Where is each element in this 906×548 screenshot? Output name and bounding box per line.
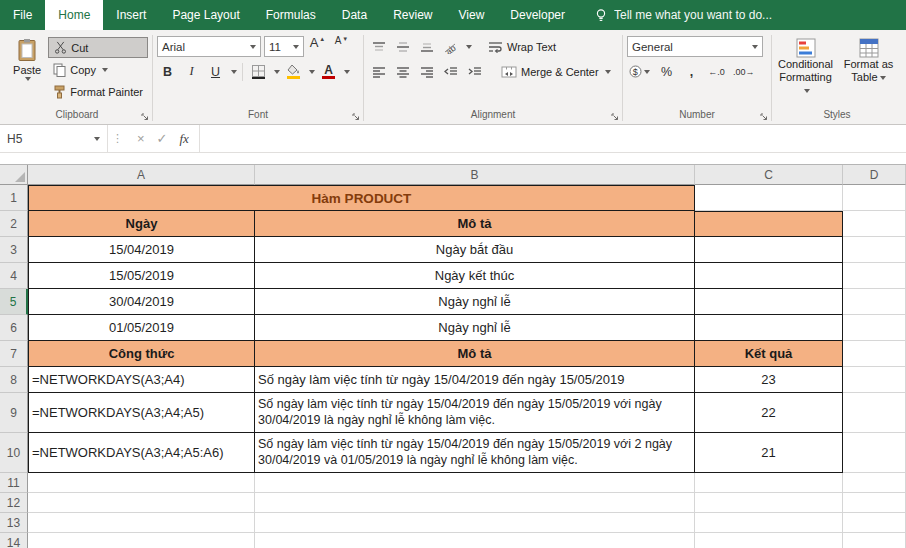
percent-style-button[interactable]: % — [656, 61, 677, 82]
increase-decimal-button[interactable]: ←.0 — [706, 61, 727, 82]
cell-B4[interactable]: Ngày kết thúc — [255, 263, 695, 289]
tab-formulas[interactable]: Formulas — [253, 0, 329, 30]
cell-D5[interactable] — [843, 289, 906, 315]
formula-input[interactable] — [200, 125, 906, 152]
cell-D9[interactable] — [843, 393, 906, 433]
empty-cell[interactable] — [255, 493, 695, 513]
cell-A8[interactable]: =NETWORKDAYS(A3;A4) — [28, 367, 255, 393]
align-right-button[interactable] — [416, 61, 437, 82]
cell-C8[interactable]: 23 — [695, 367, 843, 393]
tell-me-box[interactable]: Tell me what you want to do... — [584, 0, 782, 30]
align-left-button[interactable] — [368, 61, 389, 82]
empty-cell[interactable] — [695, 513, 843, 533]
cell-A10[interactable]: =NETWORKDAYS(A3;A4;A5:A6) — [28, 433, 255, 473]
cell-B7[interactable]: Mô tả — [255, 341, 695, 367]
row-header-13[interactable]: 13 — [0, 513, 28, 533]
empty-cell[interactable] — [28, 473, 255, 493]
row-header-12[interactable]: 12 — [0, 493, 28, 513]
empty-cell[interactable] — [843, 493, 906, 513]
insert-function-button[interactable]: fx — [180, 131, 189, 147]
wrap-text-button[interactable]: Wrap Text — [483, 36, 561, 57]
number-format-combo[interactable]: General — [627, 36, 763, 57]
fill-color-dropdown-arrow[interactable] — [309, 70, 315, 74]
format-as-table-button[interactable]: Format as Table — [839, 35, 898, 107]
font-color-dropdown-arrow[interactable] — [344, 70, 350, 74]
decrease-font-size-button[interactable]: A▼ — [331, 36, 352, 57]
cell-A5[interactable]: 30/04/2019 — [28, 289, 255, 315]
italic-button[interactable]: I — [181, 61, 202, 82]
underline-dropdown-arrow[interactable] — [231, 70, 237, 74]
clipboard-dialog-launcher[interactable] — [141, 113, 149, 121]
column-header-C[interactable]: C — [695, 165, 843, 185]
cell-B3[interactable]: Ngày bắt đầu — [255, 237, 695, 263]
empty-cell[interactable] — [28, 493, 255, 513]
cell-B2[interactable]: Mô tả — [255, 211, 695, 237]
align-middle-button[interactable] — [392, 36, 413, 57]
empty-cell[interactable] — [695, 493, 843, 513]
cancel-button[interactable]: × — [137, 131, 145, 146]
borders-dropdown-arrow[interactable] — [274, 70, 280, 74]
underline-button[interactable]: U — [205, 61, 226, 82]
conditional-formatting-button[interactable]: Conditional Formatting — [776, 35, 835, 107]
row-header-2[interactable]: 2 — [0, 211, 28, 237]
enter-button[interactable]: ✓ — [157, 131, 168, 146]
cell-D3[interactable] — [843, 237, 906, 263]
cell-D2[interactable] — [843, 211, 906, 237]
cell-C9[interactable]: 22 — [695, 393, 843, 433]
cell-D4[interactable] — [843, 263, 906, 289]
cell-A7[interactable]: Công thức — [28, 341, 255, 367]
tab-insert[interactable]: Insert — [103, 0, 159, 30]
row-header-11[interactable]: 11 — [0, 473, 28, 493]
column-header-A[interactable]: A — [28, 165, 255, 185]
cell-C2[interactable] — [695, 211, 843, 237]
font-size-combo[interactable]: 11 — [264, 36, 304, 57]
tab-file[interactable]: File — [0, 0, 45, 30]
cell-D10[interactable] — [843, 433, 906, 473]
tab-data[interactable]: Data — [329, 0, 380, 30]
empty-cell[interactable] — [255, 513, 695, 533]
empty-cell[interactable] — [695, 533, 843, 548]
borders-button[interactable] — [248, 61, 269, 82]
cut-button[interactable]: Cut — [48, 37, 148, 58]
cell-C5[interactable] — [695, 289, 843, 315]
orientation-dropdown-arrow[interactable] — [466, 45, 472, 49]
cell-B6[interactable]: Ngày nghỉ lễ — [255, 315, 695, 341]
cell-C6[interactable] — [695, 315, 843, 341]
increase-indent-button[interactable] — [464, 61, 485, 82]
cell-B9[interactable]: Số ngày làm việc tính từ ngày 15/04/2019… — [255, 393, 695, 433]
cell-D7[interactable] — [843, 341, 906, 367]
name-box[interactable]: H5 — [0, 125, 108, 152]
empty-cell[interactable] — [843, 533, 906, 548]
empty-cell[interactable] — [843, 513, 906, 533]
copy-button[interactable]: Copy — [48, 59, 148, 80]
formula-bar-handle[interactable]: ⋮ — [108, 125, 127, 152]
cell-A3[interactable]: 15/04/2019 — [28, 237, 255, 263]
row-header-14[interactable]: 14 — [0, 533, 28, 548]
column-header-B[interactable]: B — [255, 165, 695, 185]
row-header-7[interactable]: 7 — [0, 341, 28, 367]
align-bottom-button[interactable] — [416, 36, 437, 57]
row-header-1[interactable]: 1 — [0, 185, 28, 211]
row-header-3[interactable]: 3 — [0, 237, 28, 263]
cell-D1[interactable] — [843, 185, 906, 211]
row-header-10[interactable]: 10 — [0, 433, 28, 473]
decrease-indent-button[interactable] — [440, 61, 461, 82]
empty-cell[interactable] — [255, 473, 695, 493]
row-header-8[interactable]: 8 — [0, 367, 28, 393]
cell-D6[interactable] — [843, 315, 906, 341]
format-painter-button[interactable]: Format Painter — [48, 81, 148, 102]
tab-developer[interactable]: Developer — [497, 0, 578, 30]
cell-B8[interactable]: Số ngày làm việc tính từ ngày 15/04/2019… — [255, 367, 695, 393]
decrease-decimal-button[interactable]: .00→ — [731, 61, 757, 82]
tab-review[interactable]: Review — [380, 0, 445, 30]
comma-style-button[interactable]: , — [681, 61, 702, 82]
cell-C7[interactable]: Kết quả — [695, 341, 843, 367]
select-all-button[interactable] — [0, 165, 28, 185]
font-name-combo[interactable]: Arial — [157, 36, 261, 57]
cell-A4[interactable]: 15/05/2019 — [28, 263, 255, 289]
column-header-D[interactable]: D — [843, 165, 906, 185]
tab-home[interactable]: Home — [45, 0, 103, 30]
row-header-6[interactable]: 6 — [0, 315, 28, 341]
cell-A1-merged-title[interactable]: Hàm PRODUCT — [28, 185, 695, 211]
cell-A9[interactable]: =NETWORKDAYS(A3;A4;A5) — [28, 393, 255, 433]
